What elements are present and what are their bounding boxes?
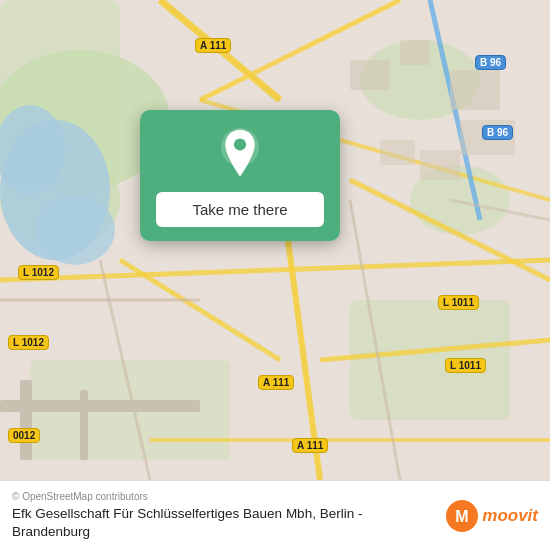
take-me-there-button[interactable]: Take me there [156, 192, 324, 227]
svg-rect-5 [350, 300, 510, 420]
road-badge-l1011-top: L 1011 [438, 295, 479, 310]
moovit-text: moovit [482, 506, 538, 526]
road-badge-a111-mid: A 111 [258, 375, 294, 390]
svg-rect-30 [400, 40, 430, 65]
bottom-bar: © OpenStreetMap contributors Efk Gesells… [0, 480, 550, 550]
road-badge-b96-top: B 96 [475, 55, 506, 70]
road-badge-l1012-top: L 1012 [18, 265, 59, 280]
svg-rect-33 [420, 150, 460, 180]
svg-rect-29 [350, 60, 390, 90]
svg-rect-27 [20, 380, 32, 460]
location-card: Take me there [140, 110, 340, 241]
svg-point-37 [234, 138, 246, 150]
road-badge-b96-mid: B 96 [482, 125, 513, 140]
map-container: A 111 B 96 B 96 L 1012 L 1012 L 1011 L 1… [0, 0, 550, 480]
svg-text:M: M [456, 508, 469, 525]
moovit-logo: M moovit [446, 500, 538, 532]
road-badge-a111-top: A 111 [195, 38, 231, 53]
svg-rect-28 [80, 390, 88, 460]
road-badge-l1011-bot: L 1011 [445, 358, 486, 373]
moovit-brand-icon: M [446, 500, 478, 532]
svg-point-10 [35, 195, 115, 265]
svg-rect-31 [450, 70, 500, 110]
road-badge-a111-bot: A 111 [292, 438, 328, 453]
svg-rect-32 [380, 140, 415, 165]
place-name: Efk Gesellschaft Für Schlüsselfertiges B… [12, 505, 436, 540]
location-pin-icon [214, 128, 266, 180]
road-badge-l1012-bot: L 1012 [8, 335, 49, 350]
attribution-text: © OpenStreetMap contributors [12, 491, 436, 502]
bottom-info: © OpenStreetMap contributors Efk Gesells… [12, 491, 436, 540]
road-badge-0012: 0012 [8, 428, 40, 443]
